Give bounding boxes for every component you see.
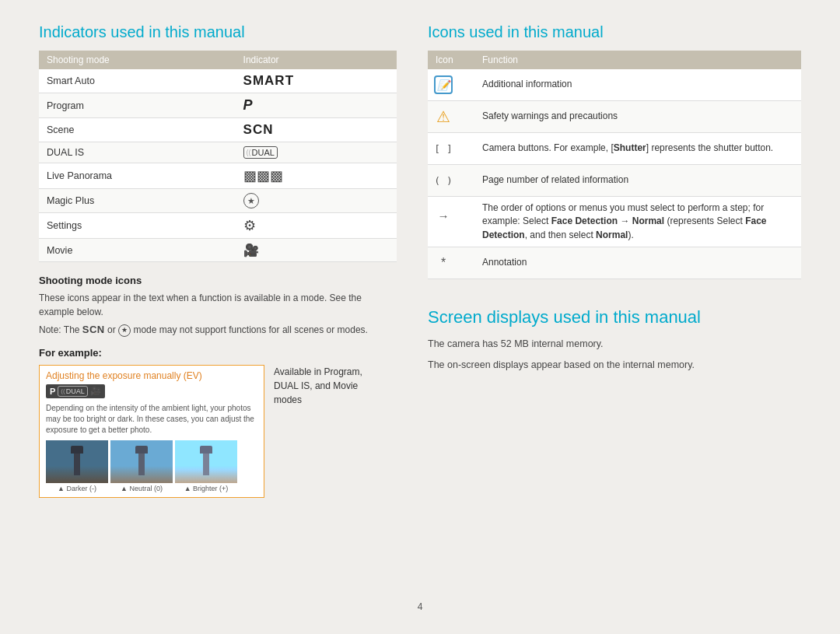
indicators-title: Indicators used in this manual bbox=[39, 23, 397, 41]
for-example-title: For example: bbox=[39, 347, 397, 359]
icons-title: Icons used in this manual bbox=[428, 23, 801, 41]
indicator-cell: 🎥 bbox=[236, 239, 397, 262]
shooting-mode-desc1: These icons appear in the text when a fu… bbox=[39, 291, 397, 319]
example-container: Adjusting the exposure manually (EV) P (… bbox=[39, 365, 397, 498]
table-row: Scene SCN bbox=[39, 118, 397, 142]
shooting-mode-desc2: Note: The SCN or ★ mode may not support … bbox=[39, 322, 397, 338]
dual-is-icon: ((DUAL bbox=[243, 146, 278, 159]
arrow-function: The order of options or menus you must s… bbox=[474, 197, 801, 247]
magic-plus-icon: ★ bbox=[243, 193, 259, 208]
example-box-title: Adjusting the exposure manually (EV) bbox=[46, 370, 257, 381]
settings-icon: ⚙ bbox=[243, 217, 256, 234]
indicator-cell: ▩▩▩ bbox=[236, 163, 397, 189]
movie-badge: 🎥 bbox=[90, 386, 101, 396]
example-note: Available in Program, DUAL IS, and Movie… bbox=[274, 365, 375, 407]
inline-magic-icon: ★ bbox=[118, 324, 131, 337]
example-desc: Depending on the intensity of the ambien… bbox=[46, 403, 257, 436]
right-column: Icons used in this manual Icon Function bbox=[428, 23, 801, 595]
mode-name: Magic Plus bbox=[39, 189, 236, 213]
dual-badge: ((DUAL bbox=[58, 386, 87, 397]
panorama-icon: ▩▩▩ bbox=[243, 168, 283, 184]
star-function: Annotation bbox=[474, 247, 801, 279]
table-row: * Annotation bbox=[428, 247, 801, 279]
neutral-image bbox=[110, 440, 173, 483]
mode-name: Program bbox=[39, 93, 236, 118]
indicators-table: Shooting mode Indicator Smart Auto SMART… bbox=[39, 51, 397, 262]
info-icon-visual: 📝 bbox=[434, 75, 453, 94]
paren-icon: ( ) bbox=[432, 170, 454, 191]
mode-name: DUAL IS bbox=[39, 142, 236, 163]
movie-icon: 🎥 bbox=[243, 243, 259, 257]
mode-name: Movie bbox=[39, 239, 236, 262]
left-column: Indicators used in this manual Shooting … bbox=[39, 23, 397, 595]
example-images: ▲ Darker (-) ▲ Neutral (0) bbox=[46, 440, 257, 492]
bracket-symbol: [ ] bbox=[434, 143, 452, 155]
program-badge: P bbox=[50, 387, 55, 396]
indicator-cell: ★ bbox=[236, 189, 397, 213]
mode-name: Live Panorama bbox=[39, 163, 236, 189]
mode-name: Scene bbox=[39, 118, 236, 142]
table-row: ( ) Page number of related information bbox=[428, 165, 801, 197]
table-row: Live Panorama ▩▩▩ bbox=[39, 163, 397, 189]
table-row: 📝 Additional information bbox=[428, 69, 801, 101]
table-row: Movie 🎥 bbox=[39, 239, 397, 262]
star-icon: * bbox=[432, 252, 454, 274]
screen-desc2: The on-screen displays appear based on t… bbox=[428, 358, 801, 373]
star-symbol: * bbox=[441, 256, 446, 270]
shooting-mode-title: Shooting mode icons bbox=[39, 275, 397, 286]
indicator-cell: P bbox=[236, 93, 397, 118]
table-row: Magic Plus ★ bbox=[39, 189, 397, 213]
for-example-section: For example: Adjusting the exposure manu… bbox=[39, 347, 397, 498]
table-row: Smart Auto SMART bbox=[39, 69, 397, 93]
table-row: [ ] Camera buttons. For example, [Shutte… bbox=[428, 133, 801, 165]
indicator-cell: SCN bbox=[236, 118, 397, 142]
warning-icon: ⚠ bbox=[432, 106, 454, 128]
arrow-symbol: → bbox=[438, 209, 450, 222]
icons-table: Icon Function 📝 Additional information bbox=[428, 51, 801, 279]
warn-function: Safety warnings and precautions bbox=[474, 101, 801, 133]
col-icon: Icon bbox=[428, 51, 474, 69]
darker-label: ▲ Darker (-) bbox=[58, 485, 96, 492]
table-row: DUAL IS ((DUAL bbox=[39, 142, 397, 163]
indicator-cell: ((DUAL bbox=[236, 142, 397, 163]
icons-section: Icons used in this manual Icon Function bbox=[428, 23, 801, 292]
arrow-icon: → bbox=[432, 205, 454, 226]
mode-name: Smart Auto bbox=[39, 69, 236, 93]
col-function: Function bbox=[474, 51, 801, 69]
example-mode-bar: P ((DUAL 🎥 bbox=[46, 384, 105, 398]
page-number: 4 bbox=[39, 595, 801, 618]
table-row: Program P bbox=[39, 93, 397, 118]
table-row: ⚠ Safety warnings and precautions bbox=[428, 101, 801, 133]
darker-image bbox=[46, 440, 108, 483]
bracket-icon: [ ] bbox=[432, 138, 454, 159]
table-row: Settings ⚙ bbox=[39, 213, 397, 239]
shooting-mode-section: Shooting mode icons These icons appear i… bbox=[39, 275, 397, 338]
screen-displays-section: Screen displays used in this manual The … bbox=[428, 307, 801, 373]
paren-symbol: ( ) bbox=[434, 175, 452, 187]
info-icon: 📝 bbox=[432, 74, 454, 96]
indicator-cell: SMART bbox=[236, 69, 397, 93]
bracket-function: Camera buttons. For example, [Shutter] r… bbox=[474, 133, 801, 165]
col-shooting-mode: Shooting mode bbox=[39, 51, 236, 69]
col-indicator: Indicator bbox=[236, 51, 397, 69]
info-function: Additional information bbox=[474, 69, 801, 101]
neutral-label: ▲ Neutral (0) bbox=[121, 485, 163, 492]
indicator-cell: ⚙ bbox=[236, 213, 397, 239]
table-row: → The order of options or menus you must… bbox=[428, 197, 801, 247]
warning-triangle-icon: ⚠ bbox=[436, 107, 450, 126]
example-box: Adjusting the exposure manually (EV) P (… bbox=[39, 365, 264, 498]
mode-name: Settings bbox=[39, 213, 236, 239]
screen-desc1: The camera has 52 MB internal memory. bbox=[428, 337, 801, 352]
brighter-label: ▲ Brighter (+) bbox=[184, 485, 229, 492]
brighter-image bbox=[175, 440, 237, 483]
page: Indicators used in this manual Shooting … bbox=[0, 0, 840, 634]
paren-function: Page number of related information bbox=[474, 165, 801, 197]
screen-displays-title: Screen displays used in this manual bbox=[428, 307, 801, 328]
